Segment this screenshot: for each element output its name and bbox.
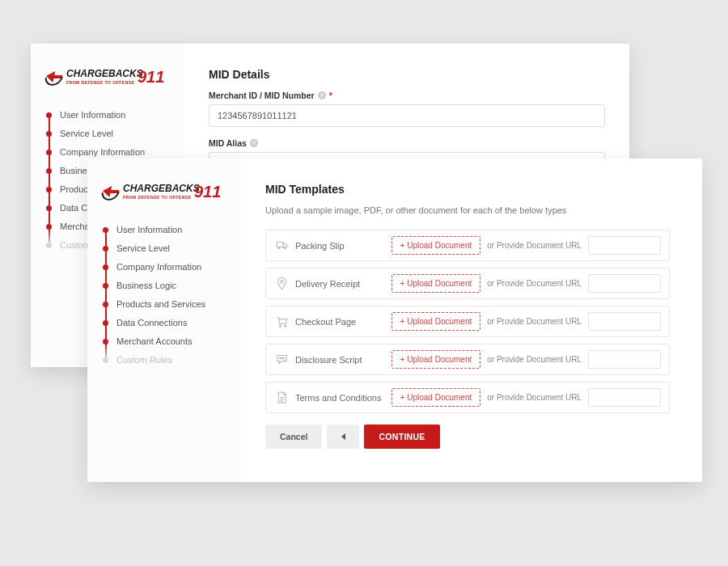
template-row: Disclosure Script+ Upload Documentor Pro… xyxy=(265,344,670,375)
template-label: Packing Slip xyxy=(295,241,385,251)
svg-text:CHARGEBACKS: CHARGEBACKS xyxy=(123,183,200,194)
content-area: MID Templates Upload a sample image, PDF… xyxy=(241,158,702,482)
svg-point-9 xyxy=(284,325,286,327)
template-label: Delivery Receipt xyxy=(295,279,385,289)
section-subtitle: Upload a sample image, PDF, or other doc… xyxy=(265,205,670,215)
document-url-input[interactable] xyxy=(588,388,661,407)
sidebar-step[interactable]: User Information xyxy=(99,225,230,243)
section-title: MID Details xyxy=(209,68,605,81)
truck-icon xyxy=(274,239,289,253)
document-url-input[interactable] xyxy=(588,312,661,331)
template-row: Packing Slip+ Upload Documentor Provide … xyxy=(265,230,670,261)
svg-text:FROM DEFENSE TO OFFENSE: FROM DEFENSE TO OFFENSE xyxy=(123,195,192,200)
svg-point-10 xyxy=(279,357,280,358)
svg-point-6 xyxy=(283,247,286,250)
brand-number: 911 xyxy=(138,68,164,86)
template-label: Disclosure Script xyxy=(295,355,385,365)
template-row: Delivery Receipt+ Upload Documentor Prov… xyxy=(265,268,670,299)
or-text: or Provide Document URL xyxy=(487,393,582,402)
document-url-input[interactable] xyxy=(588,236,661,255)
upload-document-button[interactable]: + Upload Document xyxy=(392,274,481,293)
continue-button[interactable]: CONTINUE xyxy=(364,424,439,449)
sidebar-step: Custom Rules xyxy=(99,355,230,374)
svg-point-7 xyxy=(280,281,283,284)
brand-logo: CHARGEBACKS 911 FROM DEFENSE TO OFFENSE xyxy=(99,180,230,204)
sidebar-step[interactable]: Business Logic xyxy=(99,281,230,299)
section-title: MID Templates xyxy=(265,183,670,196)
brand-logo: CHARGEBACKS 911 FROM DEFENSE TO OFFENSE xyxy=(42,65,173,89)
sidebar-step[interactable]: Service Level xyxy=(42,129,173,147)
help-icon[interactable]: ? xyxy=(250,139,258,147)
sidebar-step[interactable]: Products and Services xyxy=(99,299,230,318)
svg-point-12 xyxy=(282,357,283,358)
svg-text:911: 911 xyxy=(194,183,221,201)
upload-document-button[interactable]: + Upload Document xyxy=(392,236,481,255)
brand-tagline: FROM DEFENSE TO OFFENSE xyxy=(66,80,135,85)
template-row: Terms and Conditions+ Upload Documentor … xyxy=(265,382,670,413)
brand-name: CHARGEBACKS xyxy=(66,68,143,79)
chevron-left-icon xyxy=(341,433,345,440)
cart-icon xyxy=(274,315,289,329)
template-label: Terms and Conditions xyxy=(295,393,385,403)
mid-alias-label: MID Alias ? xyxy=(209,138,605,148)
speech-icon xyxy=(274,353,289,367)
pin-icon xyxy=(274,277,289,291)
merchant-id-input[interactable] xyxy=(209,104,605,127)
sidebar: CHARGEBACKS 911 FROM DEFENSE TO OFFENSE … xyxy=(87,158,241,482)
template-row: Checkout Page+ Upload Documentor Provide… xyxy=(265,306,670,337)
or-text: or Provide Document URL xyxy=(487,355,582,364)
required-indicator: * xyxy=(329,91,332,100)
svg-point-5 xyxy=(277,247,280,250)
or-text: or Provide Document URL xyxy=(487,279,582,288)
cancel-button[interactable]: Cancel xyxy=(265,424,322,449)
or-text: or Provide Document URL xyxy=(487,241,582,250)
sidebar-step[interactable]: User Information xyxy=(42,110,173,129)
button-bar: Cancel CONTINUE xyxy=(265,424,670,449)
document-url-input[interactable] xyxy=(588,350,661,369)
sidebar-step[interactable]: Company Information xyxy=(99,262,230,281)
sidebar-step[interactable]: Service Level xyxy=(99,243,230,262)
sidebar-step[interactable]: Merchant Accounts xyxy=(99,336,230,355)
sidebar-step[interactable]: Data Connections xyxy=(99,318,230,336)
upload-document-button[interactable]: + Upload Document xyxy=(392,350,481,369)
document-icon xyxy=(274,391,289,405)
svg-point-8 xyxy=(279,325,281,327)
document-url-input[interactable] xyxy=(588,274,661,293)
stepper: User InformationService LevelCompany Inf… xyxy=(99,225,230,374)
upload-document-button[interactable]: + Upload Document xyxy=(392,312,481,331)
help-icon[interactable]: ? xyxy=(318,91,326,99)
front-card: CHARGEBACKS 911 FROM DEFENSE TO OFFENSE … xyxy=(87,158,702,482)
svg-point-11 xyxy=(281,357,281,358)
merchant-id-label: Merchant ID / MID Number ? * xyxy=(209,91,605,100)
or-text: or Provide Document URL xyxy=(487,317,582,326)
upload-document-button[interactable]: + Upload Document xyxy=(392,388,481,407)
template-label: Checkout Page xyxy=(295,317,385,327)
back-button[interactable] xyxy=(327,424,359,449)
